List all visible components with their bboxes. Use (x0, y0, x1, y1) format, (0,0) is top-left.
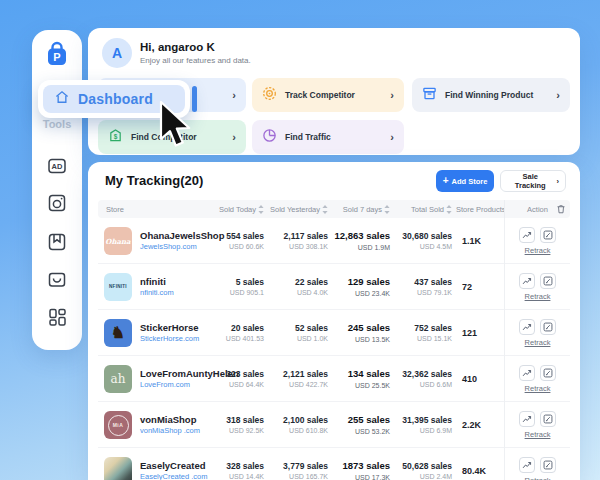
chart-trend-icon[interactable] (519, 227, 535, 243)
feature-card-find-traffic[interactable]: Find Traffic › (252, 120, 404, 154)
sort-icon (384, 205, 390, 214)
retrack-link[interactable]: Retrack (525, 292, 551, 301)
action-cell: Retrack (504, 310, 570, 356)
action-cell: Retrack (504, 448, 570, 480)
store-logo (104, 457, 132, 480)
table-row[interactable]: NFINITI nfiniti nfiniti.com 5 salesUSD 9… (98, 264, 570, 310)
product-box-camera-icon[interactable] (47, 193, 67, 213)
greeting-subtitle: Enjoy all our features and data. (140, 56, 251, 65)
sold-yesterday-cell: 22 salesUSD 4.0K (268, 277, 332, 297)
sold-today-cell: 328 salesUSD 14.4K (210, 461, 268, 480)
sort-icon (446, 205, 452, 214)
chart-trend-icon[interactable] (519, 365, 535, 381)
store-products-cell: 80.4K (456, 466, 504, 476)
sort-icon (258, 205, 264, 214)
trash-icon[interactable] (556, 204, 566, 214)
table-row[interactable]: MiA vonMiaShop vonMiaShop .com 318 sales… (98, 402, 570, 448)
table-row[interactable]: ah LoveFromAuntyHelen LoveFrom.com 323 s… (98, 356, 570, 402)
svg-text:$: $ (114, 132, 118, 140)
add-store-button[interactable]: + Add Store (436, 170, 494, 192)
column-sold-7-days[interactable]: Sold 7 days (332, 205, 394, 214)
sold-yesterday-cell: 2,100 salesUSD 610.8K (268, 415, 332, 435)
table-body: Ohana OhanaJewelsShop JewelsShop.com 554… (98, 218, 570, 480)
store-domain-link[interactable]: StickerHorse.com (140, 334, 199, 344)
dollar-shop-icon: $ (108, 128, 123, 147)
bookmark-icon[interactable] (47, 232, 67, 252)
chart-trend-icon[interactable] (519, 319, 535, 335)
store-products-cell: 72 (456, 282, 504, 292)
edit-icon[interactable] (540, 319, 556, 335)
total-sold-cell: 50,628 salesUSD 2.4M (394, 461, 456, 480)
store-name: vonMiaShop (140, 414, 200, 425)
sold-yesterday-cell: 2,117 salesUSD 308.1K (268, 231, 332, 251)
store-domain-link[interactable]: nfiniti.com (140, 288, 174, 298)
edit-icon[interactable] (540, 457, 556, 473)
sidebar: P Tools AD (32, 30, 82, 350)
sold-7-days-cell: 255 salesUSD 53.2K (332, 414, 394, 435)
sold-today-cell: 554 salesUSD 60.6K (210, 231, 268, 251)
chart-trend-icon[interactable] (519, 273, 535, 289)
avatar[interactable]: A (102, 38, 132, 68)
column-action: Action (504, 200, 570, 218)
store-cell: ah LoveFromAuntyHelen LoveFrom.com (98, 365, 210, 393)
store-basket-icon[interactable] (47, 269, 67, 289)
total-sold-cell: 752 salesUSD 15.1K (394, 323, 456, 343)
retrack-link[interactable]: Retrack (525, 430, 551, 439)
sold-yesterday-cell: 3,779 salesUSD 165.7K (268, 461, 332, 480)
svg-text:AD: AD (52, 162, 63, 171)
chevron-right-icon: › (557, 177, 560, 186)
feature-card-label: Track Competitor (285, 90, 355, 100)
retrack-link[interactable]: Retrack (525, 338, 551, 347)
sold-7-days-cell: 129 salesUSD 23.4K (332, 276, 394, 297)
mouse-cursor (158, 100, 200, 154)
store-domain-link[interactable]: EaselyCreated .com (140, 472, 208, 480)
chevron-right-icon: › (232, 89, 236, 101)
total-sold-cell: 31,395 salesUSD 6.9M (394, 415, 456, 435)
chart-trend-icon[interactable] (519, 411, 535, 427)
feature-card-track-competitor[interactable]: Track Competitor › (252, 78, 404, 112)
table-row[interactable]: Ohana OhanaJewelsShop JewelsShop.com 554… (98, 218, 570, 264)
store-logo: MiA (104, 411, 132, 439)
edit-icon[interactable] (540, 227, 556, 243)
ad-library-icon[interactable]: AD (47, 156, 67, 176)
store-logo: Ohana (104, 227, 132, 255)
edit-icon[interactable] (540, 365, 556, 381)
store-products-cell: 410 (456, 374, 504, 384)
sale-tracking-button[interactable]: Sale Tracking › (500, 170, 566, 192)
chart-trend-icon[interactable] (519, 457, 535, 473)
total-sold-cell: 30,680 salesUSD 4.5M (394, 231, 456, 251)
plus-icon: + (443, 176, 449, 186)
column-sold-today[interactable]: Sold Today (210, 205, 268, 214)
retrack-link[interactable]: Retrack (525, 476, 551, 480)
total-sold-cell: 32,362 salesUSD 6.6M (394, 369, 456, 389)
column-total-sold[interactable]: Total Sold (394, 205, 456, 214)
apps-grid-icon[interactable] (47, 307, 67, 327)
app-logo-shopping-bag-icon[interactable]: P (43, 40, 71, 68)
edit-icon[interactable] (540, 411, 556, 427)
table-row[interactable]: EaselyCreated EaselyCreated .com 328 sal… (98, 448, 570, 480)
sold-7-days-cell: 12,863 salesUSD 1.9M (332, 230, 394, 251)
store-products-cell: 121 (456, 328, 504, 338)
target-icon (262, 86, 277, 105)
table-row[interactable]: ♞ StickerHorse StickerHorse.com 20 sales… (98, 310, 570, 356)
retrack-link[interactable]: Retrack (525, 384, 551, 393)
edit-icon[interactable] (540, 273, 556, 289)
action-cell: Retrack (504, 356, 570, 402)
sold-today-cell: 20 salesUSD 401.53 (210, 323, 268, 343)
sold-today-cell: 323 salesUSD 64.4K (210, 369, 268, 389)
sale-tracking-label: Sale Tracking (507, 172, 554, 190)
pie-chart-icon (262, 128, 277, 147)
store-domain-link[interactable]: vonMiaShop .com (140, 426, 200, 436)
feature-card-find-winning-product[interactable]: Find Winning Product › (412, 78, 570, 112)
feature-card-label: Find Winning Product (445, 90, 533, 100)
sold-yesterday-cell: 52 salesUSD 1.0K (268, 323, 332, 343)
retrack-link[interactable]: Retrack (525, 246, 551, 255)
action-cell: Retrack (504, 402, 570, 448)
store-cell: EaselyCreated EaselyCreated .com (98, 457, 210, 480)
action-cell: Retrack (504, 218, 570, 264)
sort-icon (322, 205, 328, 214)
column-sold-yesterday[interactable]: Sold Yesterday (268, 205, 332, 214)
sold-7-days-cell: 245 salesUSD 13.5K (332, 322, 394, 343)
store-cell: Ohana OhanaJewelsShop JewelsShop.com (98, 227, 210, 255)
store-cell: MiA vonMiaShop vonMiaShop .com (98, 411, 210, 439)
